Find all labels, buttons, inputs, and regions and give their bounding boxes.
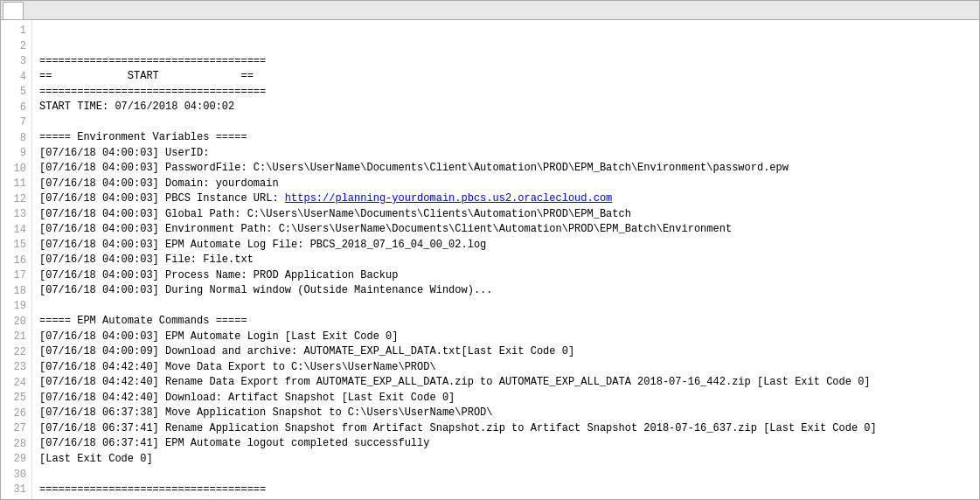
- log-line: [07/16/18 04:00:03] Environment Path: C:…: [39, 222, 972, 238]
- log-line: [07/16/18 06:37:38] Move Application Sna…: [39, 406, 972, 421]
- line-number: 31: [6, 483, 26, 498]
- line-number: 17: [6, 268, 26, 284]
- line-number: 6: [6, 101, 26, 116]
- line-number: 16: [6, 253, 26, 269]
- line-number: 23: [6, 360, 26, 376]
- line-number: 26: [6, 406, 26, 422]
- line-number: 24: [6, 376, 26, 392]
- line-number: 21: [6, 330, 26, 345]
- log-line: [07/16/18 04:00:03] File: File.txt: [39, 253, 972, 268]
- main-window: 1234567891011121314151617181920212223242…: [0, 0, 980, 500]
- line-number: 1: [6, 24, 26, 39]
- line-number: 19: [6, 299, 26, 315]
- content-area: 1234567891011121314151617181920212223242…: [1, 20, 979, 499]
- line-number: 14: [6, 223, 26, 239]
- log-line: == START ==: [39, 69, 972, 85]
- tab-bar: [1, 1, 979, 20]
- pbcs-url-link[interactable]: https://planning-yourdomain.pbcs.us2.ora…: [285, 192, 612, 205]
- log-line: ====================================: [39, 85, 972, 101]
- line-number: 12: [6, 192, 26, 208]
- line-number: 7: [6, 115, 26, 131]
- log-line: [07/16/18 06:37:41] EPM Automate logout …: [39, 436, 972, 452]
- log-line: [07/16/18 04:00:03] Domain: yourdomain: [39, 177, 972, 192]
- log-line: [39, 467, 972, 483]
- line-number: 8: [6, 131, 26, 147]
- log-line: ====================================: [39, 54, 972, 70]
- log-line: [Last Exit Code 0]: [39, 452, 972, 468]
- line-number: 15: [6, 238, 26, 253]
- line-number: 30: [6, 468, 26, 483]
- log-line: [07/16/18 04:42:40] Rename Data Export f…: [39, 375, 972, 391]
- log-line: ===== EPM Automate Commands =====: [39, 314, 972, 330]
- log-line: ====================================: [39, 483, 972, 498]
- log-line: [07/16/18 04:00:03] PBCS Instance URL: h…: [39, 191, 972, 207]
- log-line: [07/16/18 04:00:03] UserID:: [39, 146, 972, 162]
- log-line: [07/16/18 04:42:40] Move Data Export to …: [39, 360, 972, 376]
- log-line: [07/16/18 04:00:03] Global Path: C:\User…: [39, 207, 972, 223]
- line-number: 28: [6, 437, 26, 453]
- log-file-tab[interactable]: [3, 2, 24, 19]
- line-numbers: 1234567891011121314151617181920212223242…: [1, 20, 32, 499]
- log-line: [07/16/18 06:37:41] Rename Application S…: [39, 421, 972, 437]
- line-number: 4: [6, 70, 26, 86]
- log-content[interactable]: ====================================== S…: [32, 20, 979, 499]
- log-line: [07/16/18 04:00:03] EPM Automate Login […: [39, 330, 972, 345]
- log-line: [39, 115, 972, 131]
- log-line: ===== Environment Variables =====: [39, 130, 972, 146]
- log-line: START TIME: 07/16/2018 04:00:02: [39, 100, 972, 115]
- log-line: [07/16/18 04:42:40] Download: Artifact S…: [39, 391, 972, 406]
- line-number: 25: [6, 391, 26, 406]
- line-number: 9: [6, 146, 26, 162]
- line-number: 10: [6, 162, 26, 177]
- line-number: 11: [6, 177, 26, 192]
- log-line: == END ==: [39, 497, 972, 499]
- line-number: 18: [6, 284, 26, 300]
- line-number: 2: [6, 39, 26, 55]
- line-number: 5: [6, 85, 26, 101]
- log-line: [07/16/18 04:00:03] PasswordFile: C:\Use…: [39, 161, 972, 177]
- log-line: [07/16/18 04:00:03] EPM Automate Log Fil…: [39, 238, 972, 253]
- line-number: 27: [6, 421, 26, 437]
- log-line: [07/16/18 04:00:03] During Normal window…: [39, 283, 972, 299]
- line-number: 20: [6, 315, 26, 330]
- log-line: [07/16/18 04:00:09] Download and archive…: [39, 344, 972, 360]
- line-number: 22: [6, 345, 26, 361]
- log-line: [39, 299, 972, 315]
- line-number: 13: [6, 207, 26, 223]
- log-line: [07/16/18 04:00:03] Process Name: PROD A…: [39, 268, 972, 284]
- line-number: 3: [6, 54, 26, 70]
- line-number: 29: [6, 452, 26, 468]
- line-number: 32: [6, 498, 26, 500]
